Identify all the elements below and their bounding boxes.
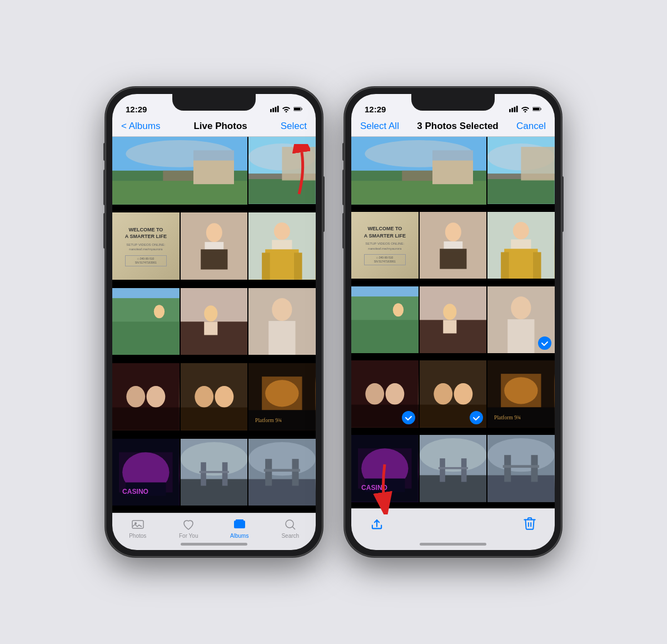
svg-rect-90 (432, 150, 473, 160)
status-icons-2 (509, 106, 541, 112)
svg-rect-70 (264, 469, 300, 472)
baby1-svg (181, 212, 248, 280)
photo-item-landscape1[interactable] (112, 137, 247, 205)
notch-1 (172, 94, 256, 111)
svg-point-124 (454, 383, 472, 405)
p2-casino-svg: CASINO (351, 435, 419, 502)
svg-rect-83 (533, 108, 540, 110)
photo-item-tower-bridge1[interactable] (181, 439, 248, 506)
photo-item-baby1[interactable] (181, 212, 248, 280)
photo-item-2-nanoleaf[interactable]: WELCOME TOA SMARTER LIFE SETUP VIDEOS ON… (351, 212, 419, 279)
photo-item-baby2[interactable] (248, 212, 316, 280)
photo-item-nanoleaf[interactable]: WELCOME TOA SMARTER LIFE SETUP VIDEOS ON… (112, 212, 180, 280)
svg-rect-78 (511, 108, 513, 112)
photos-tab-label: Photos (129, 533, 146, 539)
albums-tab-label: Albums (230, 533, 248, 539)
photo-item-train[interactable] (181, 288, 248, 355)
photo-item-two-women-dark[interactable] (112, 363, 180, 430)
svg-rect-13 (193, 150, 234, 160)
photo-item-2-harry-potter[interactable]: Platform 9¾ (487, 360, 555, 428)
svg-rect-26 (265, 250, 298, 280)
svg-rect-95 (521, 147, 555, 180)
photo-item-green-field[interactable] (112, 288, 180, 355)
photo-item-2-tower-bridge1[interactable] (420, 435, 487, 502)
svg-text:Platform 9¾: Platform 9¾ (494, 415, 521, 421)
select-button-1[interactable]: Select (281, 121, 307, 132)
photo-item-casino[interactable]: CASINO (112, 439, 180, 506)
svg-rect-0 (270, 109, 272, 112)
svg-point-75 (286, 520, 293, 528)
nav-bar-2: Select All 3 Photos Selected Cancel (351, 118, 555, 137)
photo-item-2-baby2[interactable] (487, 212, 555, 279)
search-tab-icon (283, 518, 297, 531)
svg-point-24 (274, 222, 290, 240)
tower-bridge1-svg (181, 439, 248, 506)
battery-icon-1 (293, 106, 302, 112)
tower-bridge2-svg (248, 439, 316, 506)
trash-icon (522, 516, 537, 531)
svg-rect-139 (440, 458, 445, 482)
checkmark-icon-2 (405, 414, 412, 422)
tab-for-you[interactable]: For You (163, 518, 215, 539)
photo-item-harry-potter[interactable]: Platform 9¾ (248, 363, 316, 430)
svg-point-43 (147, 386, 166, 408)
phone-2: 12:29 Select All (345, 87, 561, 557)
wifi-icon-1 (282, 106, 291, 112)
photos-tab-icon (131, 518, 145, 531)
search-tab-label: Search (281, 533, 299, 539)
home-indicator-1 (181, 543, 247, 546)
trash-button[interactable] (522, 516, 537, 534)
tab-albums[interactable]: Albums (214, 518, 265, 539)
status-icons-1 (270, 106, 302, 112)
p2-tower-bridge1-svg (420, 435, 487, 502)
p2-greenfield-svg (351, 286, 419, 354)
photo-item-2-two-women-dark[interactable] (351, 360, 419, 428)
selection-count-title: 3 Photos Selected (417, 121, 498, 132)
photo-item-tower-bridge2[interactable] (248, 439, 316, 506)
tab-photos[interactable]: Photos (112, 518, 163, 539)
home-indicator-2 (420, 543, 486, 546)
svg-rect-67 (248, 479, 316, 506)
svg-point-20 (206, 224, 222, 242)
photo-item-2-landscape2[interactable] (487, 137, 555, 204)
photo-item-2-casino[interactable]: CASINO (351, 435, 419, 502)
svg-rect-27 (262, 253, 270, 280)
nanoleaf-card-text: WELCOME TOA SMARTER LIFE SETUP VIDEOS ON… (123, 224, 169, 269)
svg-point-119 (365, 383, 384, 405)
svg-rect-77 (509, 109, 511, 112)
svg-text:CASINO: CASINO (122, 488, 148, 496)
photo-item-2-train[interactable] (420, 286, 487, 354)
svg-point-46 (195, 386, 213, 408)
svg-point-36 (204, 305, 217, 321)
photo-item-2-tower-bridge2[interactable] (487, 435, 555, 502)
phone-screen-2: 12:29 Select All (351, 94, 555, 550)
tab-search[interactable]: Search (265, 518, 316, 539)
photo-item-2-two-women-light[interactable] (420, 360, 487, 428)
photo-item-2-landscape1[interactable] (351, 137, 486, 205)
svg-rect-64 (199, 471, 228, 473)
svg-rect-74 (236, 519, 243, 521)
photo-item-2-woman1[interactable] (487, 286, 555, 354)
svg-rect-37 (204, 321, 217, 335)
cancel-button[interactable]: Cancel (516, 121, 546, 132)
photo-item-woman1[interactable] (248, 288, 316, 355)
two-women-dark-svg (112, 363, 180, 430)
photo-item-landscape2[interactable] (248, 137, 316, 204)
svg-rect-1 (272, 108, 274, 112)
svg-point-47 (215, 386, 233, 408)
svg-rect-82 (540, 108, 541, 110)
photo-item-2-green-field[interactable] (351, 286, 419, 354)
svg-rect-138 (420, 475, 487, 502)
casino-svg: CASINO (112, 439, 180, 506)
svg-rect-6 (294, 108, 301, 110)
photo-item-two-women-light[interactable] (181, 363, 248, 430)
svg-text:Platform 9¾: Platform 9¾ (255, 417, 282, 423)
select-all-button[interactable]: Select All (360, 121, 399, 132)
svg-rect-117 (508, 319, 535, 354)
back-button-1[interactable]: < Albums (121, 121, 160, 132)
svg-rect-69 (292, 459, 299, 486)
checkmark-icon-3 (472, 414, 480, 422)
share-button[interactable] (369, 516, 385, 534)
photo-item-2-baby1[interactable] (420, 212, 487, 279)
svg-rect-147 (503, 465, 539, 468)
